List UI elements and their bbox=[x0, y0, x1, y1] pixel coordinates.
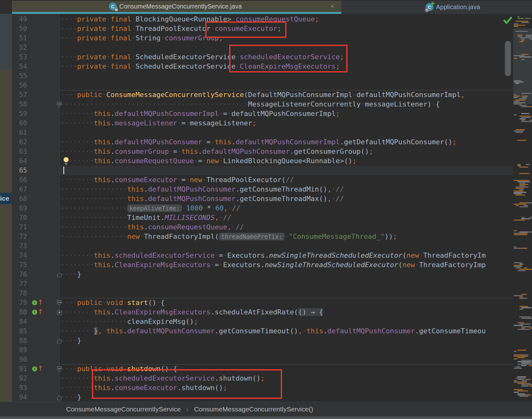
line-number[interactable]: 50 bbox=[12, 24, 27, 33]
vertical-scrollbar-thumb[interactable] bbox=[505, 41, 511, 76]
run-arrow-icon bbox=[432, 2, 435, 5]
code-line-88[interactable]: 88····} bbox=[12, 336, 532, 345]
line-number[interactable]: 49 bbox=[12, 14, 27, 24]
line-number[interactable]: 59 bbox=[12, 109, 27, 118]
override-method-gutter-icon[interactable]: I↑ bbox=[32, 299, 42, 307]
line-number[interactable]: 57 bbox=[12, 90, 27, 100]
code-line-90[interactable]: 90 bbox=[12, 355, 532, 364]
code-line-70[interactable]: 70················TimeUnit.MILLISECONDS,… bbox=[12, 213, 532, 222]
tab-application-java[interactable]: C Application.java bbox=[426, 1, 480, 13]
line-number[interactable]: 80 bbox=[12, 307, 27, 317]
code-lines-container: 49····private·final·BlockingQueue<Runnab… bbox=[12, 14, 532, 402]
line-number[interactable]: 54 bbox=[12, 62, 27, 71]
line-number[interactable]: 53 bbox=[12, 52, 27, 62]
code-line-71[interactable]: 71················this.consumeRequestQue… bbox=[12, 222, 532, 232]
code-line-73[interactable]: 73 bbox=[12, 241, 532, 251]
line-number[interactable]: 51 bbox=[12, 33, 27, 43]
line-number[interactable]: 56 bbox=[12, 81, 27, 90]
editor-tab-bar: C ConsumeMessageConcurrentlyService.java… bbox=[12, 0, 532, 14]
inspections-ok-icon[interactable] bbox=[503, 17, 512, 24]
code-line-58[interactable]: 58······································… bbox=[12, 100, 532, 109]
line-number[interactable]: 84 bbox=[12, 317, 27, 326]
intention-bulb-icon[interactable] bbox=[62, 157, 70, 165]
minimap-error-stripe[interactable] bbox=[513, 14, 532, 402]
line-number[interactable]: 60 bbox=[12, 118, 27, 128]
code-line-64[interactable]: 64········this.consumeRequestQueue·=·new… bbox=[12, 156, 532, 166]
code-text bbox=[59, 279, 513, 289]
line-number[interactable]: 75 bbox=[12, 260, 27, 270]
code-line-85[interactable]: 85········},·this.defaultMQPushConsumer.… bbox=[12, 326, 532, 336]
code-line-67[interactable]: 67················this.defaultMQPushCons… bbox=[12, 185, 532, 194]
code-text: ················keepAliveTime:·1000·*·60… bbox=[59, 204, 513, 213]
code-line-79[interactable]: 79I↑····public·void·start()·{ bbox=[12, 298, 532, 307]
code-line-66[interactable]: 66········this.consumeExecutor·=·new·Thr… bbox=[12, 175, 532, 185]
breadcrumb-method[interactable]: ConsumeMessageConcurrentlyService() bbox=[194, 405, 313, 413]
code-line-84[interactable]: 84················cleanExpireMsg(); bbox=[12, 317, 532, 326]
code-line-60[interactable]: 60········this.messageListener·=·message… bbox=[12, 118, 532, 128]
active-tab-title-group[interactable]: C ConsumeMessageConcurrentlyService.java bbox=[109, 1, 242, 12]
line-number[interactable]: 93 bbox=[12, 383, 27, 393]
line-number[interactable]: 62 bbox=[12, 137, 27, 147]
line-number[interactable]: 79 bbox=[12, 298, 27, 307]
line-number[interactable]: 72 bbox=[12, 232, 27, 241]
line-number[interactable]: 71 bbox=[12, 222, 27, 232]
line-number[interactable]: 65 bbox=[12, 166, 27, 175]
line-number[interactable]: 88 bbox=[12, 336, 27, 345]
code-line-63[interactable]: 63········this.consumerGroup·=·this.defa… bbox=[12, 147, 532, 156]
code-line-76[interactable]: 76····} bbox=[12, 270, 532, 279]
line-number[interactable]: 67 bbox=[12, 185, 27, 194]
code-line-80[interactable]: 80I↑+········this.CleanExpireMsgExecutor… bbox=[12, 307, 532, 317]
code-line-74[interactable]: 74········this.scheduledExecutorService·… bbox=[12, 251, 532, 260]
code-line-55[interactable]: 55 bbox=[12, 71, 532, 81]
code-line-72[interactable]: 72················new·ThreadFactoryImpl(… bbox=[12, 232, 532, 241]
line-number[interactable]: 68 bbox=[12, 194, 27, 204]
line-number[interactable]: 64 bbox=[12, 156, 27, 166]
close-tab-icon[interactable]: × bbox=[331, 3, 334, 10]
text-caret bbox=[63, 167, 64, 174]
code-line-61[interactable]: 61 bbox=[12, 128, 532, 137]
line-number[interactable]: 61 bbox=[12, 128, 27, 137]
code-line-89[interactable]: 89 bbox=[12, 345, 532, 355]
code-text: ················cleanExpireMsg(); bbox=[59, 317, 513, 326]
project-tree-selected-item[interactable]: ice bbox=[0, 193, 12, 204]
line-number[interactable]: 85 bbox=[12, 326, 27, 336]
code-line-78[interactable]: 78 bbox=[12, 289, 532, 298]
line-number[interactable]: 78 bbox=[12, 289, 27, 298]
line-number[interactable]: 73 bbox=[12, 241, 27, 251]
breadcrumb-bar: ConsumeMessageConcurrentlyService › Cons… bbox=[0, 402, 532, 416]
line-number[interactable]: 76 bbox=[12, 270, 27, 279]
code-text: ········this.defaultMQPushConsumer·=·thi… bbox=[59, 137, 513, 147]
line-number[interactable]: 66 bbox=[12, 175, 27, 185]
power-overlay-icon bbox=[425, 8, 429, 12]
code-line-68[interactable]: 68················this.defaultMQPushCons… bbox=[12, 194, 532, 204]
code-text: ········this.CleanExpireMsgExecutors.sch… bbox=[59, 307, 513, 317]
line-number[interactable]: 74 bbox=[12, 251, 27, 260]
line-number[interactable]: 63 bbox=[12, 147, 27, 156]
line-number[interactable]: 94 bbox=[12, 393, 27, 402]
line-number[interactable]: 91 bbox=[12, 364, 27, 374]
code-line-62[interactable]: 62········this.defaultMQPushConsumer·=·t… bbox=[12, 137, 532, 147]
code-line-75[interactable]: 75········this.CleanExpireMsgExecutors·=… bbox=[12, 260, 532, 270]
code-line-57[interactable]: 57····public·ConsumeMessageConcurrentlyS… bbox=[12, 90, 532, 100]
line-number[interactable]: 89 bbox=[12, 345, 27, 355]
code-text bbox=[59, 81, 513, 90]
code-line-65[interactable]: 65 bbox=[12, 166, 532, 175]
override-method-gutter-icon[interactable]: I↑ bbox=[32, 308, 42, 316]
code-text: ········this.scheduledExecutorService·=·… bbox=[59, 251, 513, 260]
code-line-69[interactable]: 69················keepAliveTime:·1000·*·… bbox=[12, 204, 532, 213]
line-number[interactable]: 77 bbox=[12, 279, 27, 289]
code-text: ····} bbox=[59, 270, 513, 279]
line-number[interactable]: 70 bbox=[12, 213, 27, 222]
line-number[interactable]: 52 bbox=[12, 43, 27, 52]
code-line-77[interactable]: 77 bbox=[12, 279, 532, 289]
inactive-tab-title: Application.java bbox=[436, 3, 480, 11]
line-number[interactable]: 58 bbox=[12, 100, 27, 109]
line-number[interactable]: 90 bbox=[12, 355, 27, 364]
code-line-56[interactable]: 56 bbox=[12, 81, 532, 90]
line-number[interactable]: 55 bbox=[12, 71, 27, 81]
code-line-59[interactable]: 59········this.defaultMQPushConsumerImpl… bbox=[12, 109, 532, 118]
breadcrumb-class[interactable]: ConsumeMessageConcurrentlyService bbox=[66, 405, 181, 413]
override-method-gutter-icon[interactable]: I↑ bbox=[32, 365, 42, 373]
line-number[interactable]: 69 bbox=[12, 204, 27, 213]
line-number[interactable]: 92 bbox=[12, 374, 27, 383]
